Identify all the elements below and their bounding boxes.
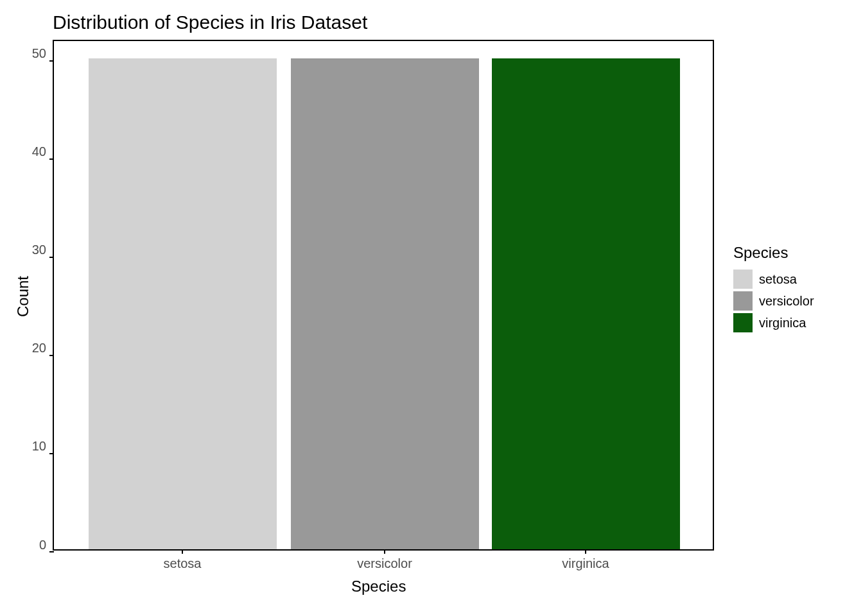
legend-item-versicolor: versicolor — [733, 290, 814, 312]
legend-swatch — [733, 291, 753, 311]
x-tick-mark — [585, 549, 586, 554]
y-tick-label: 20 — [8, 341, 46, 355]
y-axis-title: Count — [14, 276, 32, 317]
legend: Species setosaversicolorvirginica — [733, 244, 814, 334]
bar-setosa — [89, 58, 277, 549]
y-tick-mark — [49, 453, 54, 454]
x-tick-mark — [384, 549, 385, 554]
chart-title: Distribution of Species in Iris Dataset — [53, 12, 367, 33]
x-axis-title: Species — [351, 578, 406, 595]
legend-label: setosa — [759, 272, 797, 287]
y-tick-label: 40 — [8, 144, 46, 159]
y-tick-label: 0 — [8, 537, 46, 552]
bar-versicolor — [291, 58, 479, 549]
x-tick-mark — [182, 549, 183, 554]
y-tick-label: 50 — [8, 46, 46, 61]
legend-swatch — [733, 270, 753, 289]
bar-virginica — [492, 58, 680, 549]
legend-item-virginica: virginica — [733, 312, 814, 334]
plot-panel: setosaversicolorvirginica01020304050 — [53, 40, 714, 551]
x-tick-label: versicolor — [357, 556, 412, 571]
legend-title: Species — [733, 244, 814, 262]
legend-label: virginica — [759, 316, 806, 330]
y-tick-mark — [49, 355, 54, 356]
x-tick-label: setosa — [164, 556, 202, 571]
y-tick-mark — [49, 60, 54, 62]
legend-label: versicolor — [759, 294, 814, 309]
y-tick-mark — [49, 257, 54, 258]
y-tick-label: 10 — [8, 439, 46, 454]
x-tick-label: virginica — [562, 556, 609, 571]
y-tick-mark — [49, 551, 54, 552]
y-tick-label: 30 — [8, 243, 46, 257]
legend-item-setosa: setosa — [733, 268, 814, 290]
chart-page: Distribution of Species in Iris Dataset … — [0, 0, 863, 616]
y-tick-mark — [49, 158, 54, 160]
legend-swatch — [733, 313, 753, 332]
